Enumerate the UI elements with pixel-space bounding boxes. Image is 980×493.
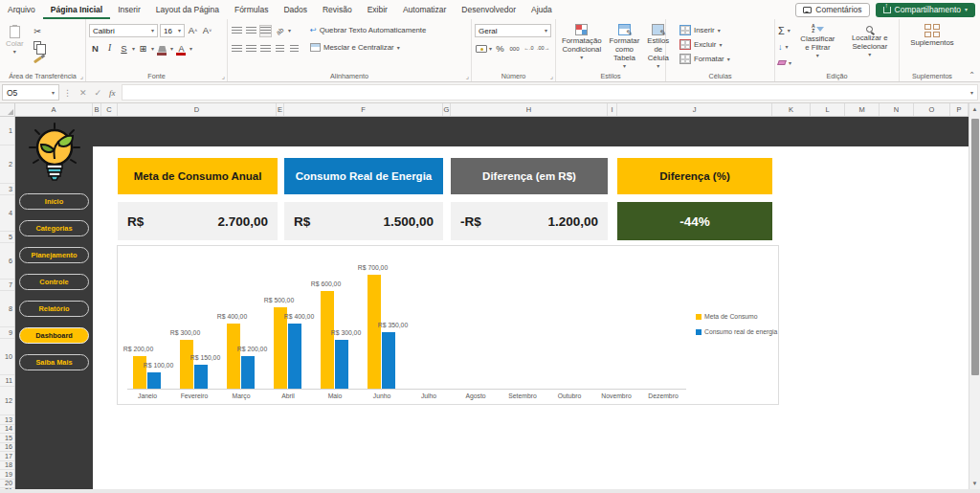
addins-button[interactable]: Suplementos: [902, 23, 962, 49]
tab-ajuda[interactable]: Ajuda: [523, 0, 560, 19]
sidebar-item-dashboard[interactable]: Dashboard: [19, 327, 89, 344]
formula-input[interactable]: ▾: [122, 84, 978, 101]
row-header-5[interactable]: 5: [0, 232, 14, 243]
row-header-3[interactable]: 3: [0, 184, 14, 195]
column-header-J[interactable]: J: [617, 103, 772, 116]
tab-desenvolvedor[interactable]: Desenvolvedor: [454, 0, 523, 19]
row-header-10[interactable]: 10: [0, 339, 14, 375]
column-header-M[interactable]: M: [845, 103, 880, 116]
underline-button[interactable]: S: [118, 43, 130, 56]
italic-button[interactable]: I: [103, 43, 116, 56]
row-header-15[interactable]: 15: [0, 434, 14, 443]
insert-cells-button[interactable]: Inserir ▾: [679, 23, 771, 37]
column-header-G[interactable]: G: [443, 103, 451, 116]
tab-exibir[interactable]: Exibir: [360, 0, 395, 19]
dialog-launcher-icon[interactable]: ⌟: [466, 73, 469, 80]
percent-style-button[interactable]: %: [494, 43, 506, 56]
align-top-icon[interactable]: [231, 25, 243, 37]
sidebar-item-relatório[interactable]: Relatório: [19, 301, 89, 317]
column-header-N[interactable]: N: [880, 103, 914, 116]
tab-arquivo[interactable]: Arquivo: [0, 0, 43, 19]
align-right-icon[interactable]: [259, 43, 272, 56]
column-header-E[interactable]: E: [277, 103, 284, 116]
tab-automatizar[interactable]: Automatizar: [395, 0, 454, 19]
chevron-down-icon[interactable]: ▾: [288, 28, 291, 34]
row-header-14[interactable]: 14: [0, 425, 14, 435]
vertical-scrollbar[interactable]: ▲ ▼: [969, 103, 980, 489]
column-header-O[interactable]: O: [914, 103, 950, 116]
decrease-decimal-button[interactable]: .00→: [537, 43, 549, 56]
format-cells-button[interactable]: Formatar ▾: [679, 52, 771, 66]
accounting-format-icon[interactable]: [475, 43, 487, 56]
tab-inserir[interactable]: Inserir: [110, 0, 148, 19]
comma-style-button[interactable]: 000: [508, 43, 521, 56]
tab-layout-da-página[interactable]: Layout da Página: [148, 0, 227, 19]
clear-button[interactable]: ▾: [778, 56, 791, 70]
dialog-launcher-icon[interactable]: ⌟: [550, 73, 553, 80]
delete-cells-button[interactable]: Excluir ▾: [679, 37, 771, 52]
confirm-entry-icon[interactable]: ✓: [91, 88, 106, 98]
column-header-I[interactable]: I: [608, 103, 617, 116]
row-header-11[interactable]: 11: [0, 375, 14, 387]
fill-button[interactable]: ↓▾: [778, 40, 791, 55]
sidebar-item-categorias[interactable]: Categorias: [19, 220, 89, 236]
number-format-select[interactable]: Geral ▾: [475, 24, 551, 37]
row-header-4[interactable]: 4: [0, 195, 14, 232]
decrease-indent-icon[interactable]: [274, 43, 286, 56]
select-all-corner[interactable]: [0, 103, 15, 116]
row-header-2[interactable]: 2: [0, 146, 14, 184]
tab-fórmulas[interactable]: Fórmulas: [227, 0, 276, 19]
align-bottom-icon[interactable]: [259, 25, 272, 37]
cancel-entry-icon[interactable]: ✕: [76, 88, 91, 98]
sort-filter-button[interactable]: AZ Classificar e Filtrar ▾: [795, 23, 840, 70]
bold-button[interactable]: N: [89, 43, 101, 56]
column-header-B[interactable]: B: [93, 103, 101, 116]
cut-icon[interactable]: ✂: [32, 25, 44, 37]
borders-icon[interactable]: ⊞: [137, 43, 149, 56]
column-header-H[interactable]: H: [451, 103, 608, 116]
row-header-12[interactable]: 12: [0, 387, 14, 415]
copy-icon[interactable]: [32, 39, 44, 52]
merge-center-button[interactable]: Mesclar e Centralizar ▾: [310, 40, 426, 55]
column-header-P[interactable]: P: [950, 103, 969, 116]
dialog-launcher-icon[interactable]: ⌟: [222, 73, 225, 80]
chevron-down-icon[interactable]: ▾: [489, 46, 492, 52]
font-name-select[interactable]: Calibri ▾: [89, 24, 158, 37]
row-header-6[interactable]: 6: [0, 243, 14, 280]
row-header-13[interactable]: 13: [0, 415, 14, 425]
scroll-down-icon[interactable]: ▼: [969, 481, 980, 486]
row-header-9[interactable]: 9: [0, 327, 14, 339]
sidebar-item-planejamento[interactable]: Planejamento: [19, 247, 89, 263]
chevron-down-icon[interactable]: ▾: [151, 46, 154, 52]
chevron-down-icon[interactable]: ▾: [132, 46, 135, 52]
wrap-text-button[interactable]: ↩ Quebrar Texto Automaticamente: [310, 23, 426, 37]
conditional-formatting-button[interactable]: Formatação Condicional ▾: [559, 23, 605, 70]
format-as-table-button[interactable]: ✎ Formatar como Tabela ▾: [607, 23, 643, 70]
row-header-7[interactable]: 7: [0, 280, 14, 291]
autosum-button[interactable]: Σ▾: [778, 24, 791, 38]
row-header-1[interactable]: 1: [0, 117, 14, 146]
format-painter-icon[interactable]: [32, 54, 44, 66]
grow-font-icon[interactable]: A˄: [187, 25, 199, 37]
sidebar-item-controle[interactable]: Controle: [19, 274, 89, 290]
column-header-F[interactable]: F: [284, 103, 443, 116]
column-header-K[interactable]: K: [772, 103, 811, 116]
row-header-17[interactable]: 17: [0, 452, 14, 461]
font-size-select[interactable]: 16 ▾: [160, 24, 185, 37]
consumption-bar-chart[interactable]: JaneioFevereiroMarçoAbrilMaioJunhoJulhoA…: [117, 245, 779, 405]
scrollbar-thumb[interactable]: [971, 119, 979, 375]
sheet-canvas[interactable]: InícioCategoriasPlanejamentoControleRela…: [0, 117, 969, 489]
scroll-up-icon[interactable]: ▲: [969, 106, 980, 112]
column-header-A[interactable]: A: [15, 103, 93, 116]
align-center-icon[interactable]: [245, 43, 257, 56]
insert-function-icon[interactable]: fx: [105, 88, 120, 98]
paste-button[interactable]: Colar ▾: [3, 23, 27, 66]
comments-button[interactable]: Comentários: [795, 3, 869, 17]
row-header-8[interactable]: 8: [0, 291, 14, 327]
sidebar-item-início[interactable]: Início: [19, 193, 89, 210]
tab-revisão[interactable]: Revisão: [315, 0, 360, 19]
column-header-L[interactable]: L: [811, 103, 845, 116]
tab-página-inicial[interactable]: Página Inicial: [43, 0, 110, 19]
row-header-16[interactable]: 16: [0, 443, 14, 453]
align-left-icon[interactable]: [231, 43, 243, 56]
